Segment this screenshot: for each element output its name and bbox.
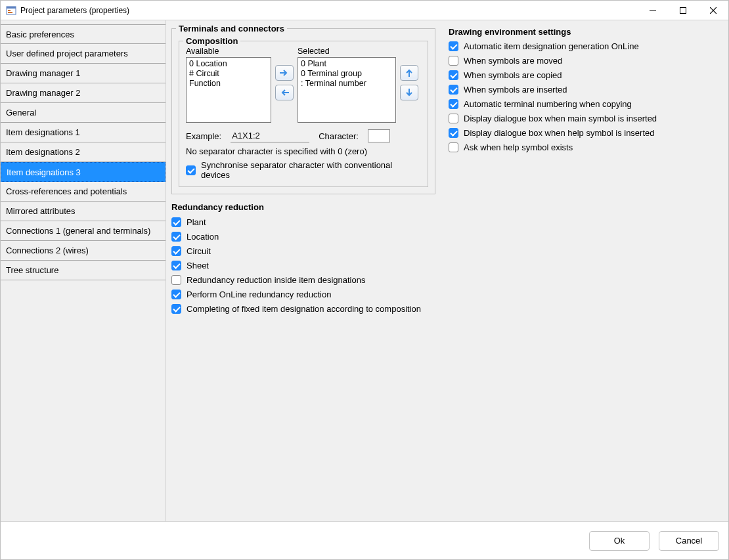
move-left-button[interactable] <box>275 85 294 100</box>
terminals-fieldset: Terminals and connectors Composition Ava… <box>171 28 435 194</box>
character-input[interactable] <box>368 129 390 142</box>
titlebar: Project parameters (properties) <box>1 1 728 20</box>
sidebar-item[interactable]: Connections 2 (wires) <box>1 241 166 261</box>
composition-fieldset: Composition Available 0 Location# Circui… <box>179 41 428 187</box>
svg-rect-1 <box>7 7 16 9</box>
redundancy-option-label: Perform OnLine redundancy reduction <box>187 290 331 299</box>
redundancy-option-label: Completing of fixed item designation acc… <box>187 304 421 314</box>
sidebar-item[interactable]: Drawing manager 1 <box>1 64 166 83</box>
sync-checkbox[interactable] <box>186 165 196 175</box>
env-option-label: Ask when help symbol exists <box>464 142 573 152</box>
redundancy-checkbox[interactable] <box>171 232 181 242</box>
sidebar-item[interactable]: Basic preferences <box>1 24 166 44</box>
redundancy-option-label: Sheet <box>187 261 209 270</box>
redundancy-heading: Redundancy reduction <box>171 202 722 212</box>
list-item[interactable]: 0 Location <box>189 59 268 69</box>
env-option-label: Automatic terminal numbering when copyin… <box>464 99 632 109</box>
titlebar-buttons <box>638 1 728 20</box>
env-option-label: When symbols are moved <box>464 56 562 66</box>
redundancy-checkbox[interactable] <box>171 246 181 256</box>
composition-heading: Composition <box>183 36 240 46</box>
app-icon <box>6 5 16 16</box>
list-item[interactable]: # Circuit <box>189 69 268 79</box>
selected-label: Selected <box>298 47 396 56</box>
sidebar-item[interactable]: Item designations 2 <box>1 142 166 162</box>
move-right-button[interactable] <box>275 65 294 81</box>
env-checkbox[interactable] <box>449 114 458 123</box>
character-label: Character: <box>319 131 359 141</box>
close-button[interactable] <box>698 1 728 20</box>
env-checkbox[interactable] <box>449 99 458 109</box>
redundancy-checkbox[interactable] <box>171 275 181 285</box>
selected-listbox[interactable]: 0 Plant0 Terminal group: Terminal number <box>298 57 396 123</box>
sidebar-item[interactable]: General <box>1 103 166 123</box>
sidebar-item[interactable]: Mirrored attributes <box>1 202 166 221</box>
sync-label: Synchronise separator character with con… <box>201 160 421 180</box>
redundancy-checkbox[interactable] <box>171 304 181 314</box>
env-checkbox[interactable] <box>449 41 458 51</box>
env-checkbox[interactable] <box>449 142 458 152</box>
svg-rect-5 <box>680 7 686 13</box>
sidebar: Basic preferencesUser defined project pa… <box>1 20 166 521</box>
redundancy-panel: Redundancy reduction PlantLocationCircui… <box>171 202 722 314</box>
svg-rect-2 <box>8 10 11 11</box>
redundancy-option-label: Circuit <box>187 246 211 256</box>
env-option-label: When symbols are inserted <box>464 85 567 95</box>
env-option-label: Display dialogue box when main symbol is… <box>464 114 657 123</box>
drawing-env-panel: Drawing environment settings Automatic i… <box>449 23 722 152</box>
available-label: Available <box>186 47 271 56</box>
sidebar-item[interactable]: Drawing manager 2 <box>1 83 166 103</box>
redundancy-option-label: Location <box>187 232 219 242</box>
redundancy-checkbox[interactable] <box>171 290 181 299</box>
separator-hint: No separator character is specified with… <box>186 146 421 156</box>
content: Terminals and connectors Composition Ava… <box>166 20 728 521</box>
cancel-button[interactable]: Cancel <box>659 531 719 551</box>
example-input[interactable] <box>231 129 309 142</box>
drawing-env-heading: Drawing environment settings <box>449 27 722 37</box>
sidebar-item[interactable]: Tree structure <box>1 261 166 280</box>
env-option-label: When symbols are copied <box>464 70 562 80</box>
env-checkbox[interactable] <box>449 56 458 66</box>
redundancy-checkbox[interactable] <box>171 217 181 227</box>
env-checkbox[interactable] <box>449 70 458 80</box>
maximize-button[interactable] <box>668 1 698 20</box>
sidebar-item[interactable]: Cross-references and potentials <box>1 182 166 202</box>
move-down-button[interactable] <box>400 85 418 100</box>
redundancy-checkbox[interactable] <box>171 261 181 270</box>
sidebar-item[interactable]: Connections 1 (general and terminals) <box>1 221 166 241</box>
window-title: Project parameters (properties) <box>20 6 638 15</box>
list-item[interactable]: Function <box>189 79 268 89</box>
footer: Ok Cancel <box>1 521 728 559</box>
ok-button[interactable]: Ok <box>589 531 650 551</box>
redundancy-option-label: Redundancy reduction inside item designa… <box>187 275 365 285</box>
move-up-button[interactable] <box>400 65 418 81</box>
example-label: Example: <box>186 131 221 141</box>
env-checkbox[interactable] <box>449 128 458 138</box>
minimize-button[interactable] <box>638 1 668 20</box>
window: Project parameters (properties) Basic pr… <box>0 0 729 560</box>
list-item[interactable]: 0 Terminal group <box>301 69 393 79</box>
env-option-label: Automatic item designation generation On… <box>464 41 639 51</box>
available-listbox[interactable]: 0 Location# Circuit Function <box>186 57 271 123</box>
main: Basic preferencesUser defined project pa… <box>1 20 728 521</box>
list-item[interactable]: : Terminal number <box>301 79 393 89</box>
env-checkbox[interactable] <box>449 85 458 95</box>
svg-rect-3 <box>8 12 12 13</box>
sidebar-item[interactable]: Item designations 3 <box>1 162 166 182</box>
sidebar-item[interactable]: Item designations 1 <box>1 123 166 142</box>
sidebar-item[interactable]: User defined project parameters <box>1 44 166 64</box>
list-item[interactable]: 0 Plant <box>301 59 393 69</box>
redundancy-option-label: Plant <box>187 217 206 227</box>
env-option-label: Display dialogue box when help symbol is… <box>464 128 655 138</box>
terminals-heading: Terminals and connectors <box>176 24 287 33</box>
